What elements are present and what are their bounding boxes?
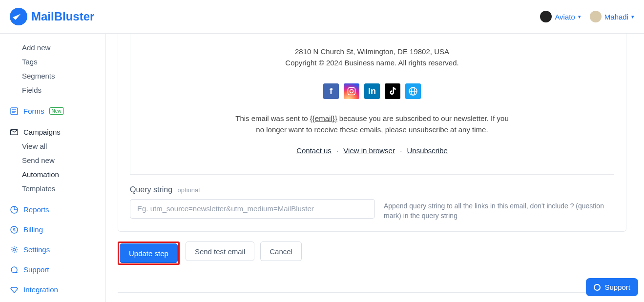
- sidebar-item-fields[interactable]: Fields: [0, 83, 105, 97]
- preview-copyright: Copyright © 2024 Business name. All righ…: [145, 59, 599, 67]
- chat-icon: [10, 266, 19, 274]
- globe-icon[interactable]: [405, 83, 421, 99]
- field-label-text: Query string: [130, 185, 172, 194]
- disclaimer-text-1: This email was sent to: [235, 114, 310, 122]
- sidebar-item-label: View all: [22, 142, 47, 150]
- sidebar-item-label: Support: [23, 265, 49, 274]
- svg-point-10: [350, 90, 353, 93]
- sidebar-item-label: Campaigns: [23, 128, 61, 136]
- sidebar-item-label: Integration: [23, 285, 58, 294]
- action-buttons: Update step Send test email Cancel: [118, 232, 626, 265]
- separator-dot: ·: [400, 146, 402, 155]
- sidebar-item-view-all[interactable]: View all: [0, 139, 105, 153]
- sidebar-item-label: Tags: [22, 58, 38, 66]
- view-browser-link[interactable]: View in browser: [343, 146, 395, 155]
- sidebar-item-reports[interactable]: Reports: [0, 202, 105, 217]
- sidebar-item-label: Fields: [22, 86, 42, 94]
- email-preview: 2810 N Church St, Wilmington, DE 19802, …: [130, 34, 614, 175]
- org-switcher[interactable]: Aviato ▾: [540, 11, 581, 22]
- new-badge: New: [49, 107, 64, 115]
- main-content: 2810 N Church St, Wilmington, DE 19802, …: [106, 34, 644, 302]
- optional-hint: optional: [178, 186, 200, 194]
- brand-logo[interactable]: MailBluster: [10, 8, 94, 25]
- disclaimer-email-token: {{email}}: [310, 114, 337, 122]
- user-menu[interactable]: Mahadi ▾: [590, 11, 634, 22]
- top-header: MailBluster Aviato ▾ Mahadi ▾: [0, 0, 644, 34]
- org-name: Aviato: [555, 13, 575, 21]
- svg-text:$: $: [13, 227, 15, 232]
- sidebar-item-label: Forms: [23, 107, 44, 115]
- sidebar-item-campaigns[interactable]: Campaigns: [0, 125, 105, 139]
- tiktok-icon[interactable]: [385, 83, 400, 99]
- org-avatar-icon: [540, 11, 552, 22]
- svg-point-11: [353, 89, 354, 90]
- dollar-icon: $: [10, 226, 19, 234]
- sidebar: Add new Tags Segments Fields Forms New C…: [0, 34, 106, 302]
- sidebar-item-add-new[interactable]: Add new: [0, 40, 105, 55]
- contact-link[interactable]: Contact us: [296, 146, 332, 155]
- sidebar-item-templates[interactable]: Templates: [0, 181, 105, 196]
- sidebar-item-label: Segments: [22, 72, 55, 80]
- sidebar-item-support[interactable]: Support: [0, 262, 105, 277]
- instagram-icon[interactable]: [344, 83, 359, 99]
- svg-point-8: [13, 248, 16, 251]
- chevron-down-icon: ▾: [631, 14, 634, 20]
- sidebar-item-label: Add new: [22, 43, 50, 52]
- user-avatar-icon: [590, 11, 602, 22]
- support-button-label: Support: [604, 283, 630, 291]
- highlight-annotation: Update step: [118, 242, 180, 265]
- separator-dot: ·: [336, 146, 338, 155]
- footer-separator: [118, 292, 626, 293]
- gear-icon: [10, 246, 19, 254]
- envelope-icon: [10, 129, 19, 135]
- query-string-help: Append query string to all the links in …: [384, 199, 614, 221]
- facebook-icon[interactable]: f: [323, 83, 339, 99]
- sidebar-item-label: Send new: [22, 156, 55, 164]
- sidebar-item-label: Settings: [23, 245, 50, 254]
- preview-links: Contact us · View in browser · Unsubscri…: [145, 146, 599, 155]
- form-card: 2810 N Church St, Wilmington, DE 19802, …: [118, 34, 626, 232]
- query-string-input[interactable]: [130, 199, 375, 219]
- sidebar-item-label: Automation: [22, 170, 59, 179]
- sidebar-item-forms[interactable]: Forms New: [0, 104, 105, 118]
- unsubscribe-link[interactable]: Unsubscribe: [407, 146, 447, 155]
- brand-logo-icon: [10, 8, 27, 25]
- sidebar-item-label: Billing: [23, 225, 43, 234]
- query-string-section: Query string optional Append query strin…: [118, 175, 626, 232]
- send-test-email-button[interactable]: Send test email: [186, 242, 254, 261]
- sidebar-item-label: Templates: [22, 184, 55, 193]
- sidebar-item-send-new[interactable]: Send new: [0, 153, 105, 167]
- support-ring-icon: [594, 284, 601, 291]
- sidebar-item-automation[interactable]: Automation: [0, 167, 105, 181]
- cancel-button[interactable]: Cancel: [260, 242, 302, 261]
- sidebar-item-settings[interactable]: Settings: [0, 242, 105, 257]
- sidebar-item-tags[interactable]: Tags: [0, 55, 105, 69]
- brand-name: MailBluster: [31, 10, 94, 23]
- chart-icon: [10, 206, 19, 214]
- user-name: Mahadi: [604, 13, 628, 21]
- header-right: Aviato ▾ Mahadi ▾: [540, 11, 634, 22]
- floating-support-button[interactable]: Support: [586, 278, 638, 296]
- query-string-label: Query string optional: [130, 185, 614, 194]
- chevron-down-icon: ▾: [578, 14, 581, 20]
- svg-rect-9: [348, 88, 355, 95]
- forms-icon: [10, 107, 19, 115]
- sidebar-item-integration[interactable]: Integration: [0, 282, 105, 297]
- sidebar-item-billing[interactable]: $ Billing: [0, 222, 105, 237]
- preview-disclaimer: This email was sent to {{email}} because…: [230, 113, 514, 136]
- linkedin-icon[interactable]: in: [364, 83, 380, 99]
- diamond-icon: [10, 286, 19, 294]
- sidebar-item-segments[interactable]: Segments: [0, 69, 105, 83]
- social-icons-row: f in: [145, 83, 599, 99]
- sidebar-item-label: Reports: [23, 205, 49, 214]
- update-step-button[interactable]: Update step: [120, 243, 178, 263]
- preview-address: 2810 N Church St, Wilmington, DE 19802, …: [145, 34, 599, 56]
